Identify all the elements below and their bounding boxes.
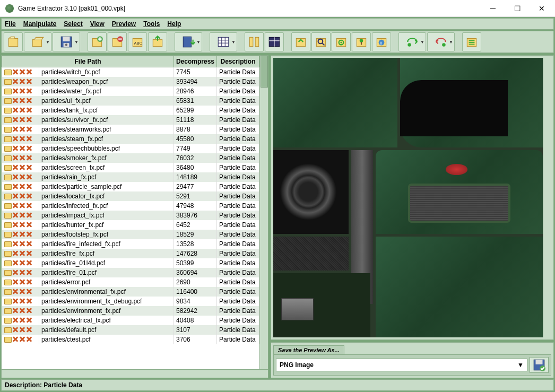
menu-view[interactable]: View: [90, 20, 105, 28]
table-row[interactable]: particles/steamworks.pcf 8878 Particle D…: [2, 125, 259, 134]
folder-icon: [4, 337, 12, 343]
table-row[interactable]: particles/environment_fx.pcf 582942 Part…: [2, 306, 259, 316]
cell-decompress: 51118: [174, 115, 216, 125]
format-select[interactable]: PNG Image ▼: [276, 359, 527, 371]
tb-extract-file[interactable]: [148, 32, 167, 51]
cell-decompress: 9834: [174, 297, 216, 306]
cell-path: particles/fire_01l4d.pcf: [39, 258, 174, 268]
tb-open-archive[interactable]: ▼: [24, 32, 51, 51]
tb-tool-a[interactable]: [291, 32, 310, 51]
table-row[interactable]: particles/screen_fx.pcf 36480 Particle D…: [2, 163, 259, 172]
cell-desc: Particle Data: [217, 153, 259, 163]
table-row[interactable]: particles/smoker_fx.pcf 76032 Particle D…: [2, 153, 259, 163]
table-row[interactable]: particles/weapon_fx.pcf 393494 Particle …: [2, 77, 259, 86]
tb-add-file[interactable]: [88, 32, 107, 51]
cell-path: particles/weapon_fx.pcf: [39, 77, 174, 86]
x-icon: [26, 317, 32, 324]
x-icon: [12, 98, 19, 104]
preview-panel: [271, 55, 554, 340]
x-icon: [19, 136, 25, 142]
tb-tool-gear[interactable]: [332, 32, 351, 51]
maximize-button[interactable]: ☐: [505, 1, 530, 16]
table-row[interactable]: particles/rain_fx.pcf 148189 Particle Da…: [2, 172, 259, 182]
table-row[interactable]: particles/fire_infected_fx.pcf 13528 Par…: [2, 239, 259, 249]
table-row[interactable]: particles/hunter_fx.pcf 6452 Particle Da…: [2, 220, 259, 230]
table-row[interactable]: particles/default.pcf 3107 Particle Data: [2, 325, 259, 335]
vertical-scrollbar[interactable]: [259, 56, 268, 369]
table-row[interactable]: particles/electrical_fx.pcf 40408 Partic…: [2, 316, 259, 325]
x-icon: [12, 136, 19, 142]
table-row[interactable]: particles/locator_fx.pcf 5291 Particle D…: [2, 191, 259, 201]
menu-file[interactable]: File: [5, 20, 16, 28]
table-row[interactable]: particles/speechbubbles.pcf 7749 Particl…: [2, 144, 259, 153]
table-row[interactable]: particles/fire_fx.pcf 147628 Particle Da…: [2, 249, 259, 258]
tb-link-b[interactable]: ▼: [427, 32, 455, 51]
table-row[interactable]: particles/ui_fx.pcf 65831 Particle Data: [2, 96, 259, 106]
x-icon: [19, 69, 25, 75]
tb-new-archive[interactable]: [4, 32, 23, 51]
cell-decompress: 3107: [174, 325, 216, 335]
tb-tool-info[interactable]: i: [372, 32, 391, 51]
x-icon: [12, 164, 19, 171]
table-row[interactable]: particles/ctest.pcf 3706 Particle Data: [2, 335, 259, 344]
tb-rename-file[interactable]: ABC: [128, 32, 147, 51]
cell-decompress: 7745: [174, 67, 216, 77]
table-row[interactable]: particles/witch_fx.pcf 7745 Particle Dat…: [2, 67, 259, 77]
table-row[interactable]: particles/particle_sample.pcf 29477 Part…: [2, 182, 259, 191]
svg-rect-20: [255, 37, 259, 46]
table-row[interactable]: particles/fire_01l4d.pcf 50399 Particle …: [2, 258, 259, 268]
table-row[interactable]: particles/infected_fx.pcf 47948 Particle…: [2, 201, 259, 211]
svg-text:ABC: ABC: [134, 41, 143, 46]
table-row[interactable]: particles/error.pcf 2690 Particle Data: [2, 277, 259, 287]
tb-options[interactable]: [462, 32, 481, 51]
tb-link-a[interactable]: ▼: [398, 32, 426, 51]
x-icon: [12, 260, 19, 266]
col-decompress[interactable]: Decompress: [174, 56, 216, 67]
folder-icon: [4, 136, 12, 142]
tb-tool-search[interactable]: [311, 32, 331, 51]
tb-remove-file[interactable]: [108, 32, 127, 51]
table-row[interactable]: particles/impact_fx.pcf 383976 Particle …: [2, 211, 259, 220]
cell-path: particles/footstep_fx.pcf: [39, 230, 174, 239]
save-preview-panel: Save the Preview As... PNG Image ▼: [271, 342, 554, 378]
preview-scrollbar[interactable]: [543, 58, 551, 337]
table-row[interactable]: particles/steam_fx.pcf 45580 Particle Da…: [2, 134, 259, 144]
table-row[interactable]: particles/water_fx.pcf 28946 Particle Da…: [2, 86, 259, 96]
tb-column-group[interactable]: [245, 32, 264, 51]
table-row[interactable]: particles/fire_01.pcf 360694 Particle Da…: [2, 268, 259, 277]
menu-preview[interactable]: Preview: [112, 20, 136, 28]
save-preview-button[interactable]: [530, 357, 549, 373]
table-row[interactable]: particles/environment_fx_debug.pcf 9834 …: [2, 297, 259, 306]
folder-icon: [4, 69, 12, 75]
menu-manipulate[interactable]: Manipulate: [23, 20, 57, 28]
x-icon: [12, 155, 19, 161]
file-table[interactable]: File Path Decompress Description particl…: [2, 56, 259, 344]
table-row[interactable]: particles/survivor_fx.pcf 51118 Particle…: [2, 115, 259, 125]
table-row[interactable]: particles/environmental_fx.pcf 116400 Pa…: [2, 287, 259, 297]
cell-decompress: 65299: [174, 106, 216, 115]
col-filepath[interactable]: File Path: [2, 56, 174, 67]
menu-tools[interactable]: Tools: [143, 20, 160, 28]
menu-help[interactable]: Help: [167, 20, 181, 28]
tb-tool-tree[interactable]: [352, 32, 371, 51]
menu-select[interactable]: Select: [64, 20, 82, 28]
x-icon: [26, 69, 32, 75]
cell-desc: Particle Data: [217, 144, 259, 153]
close-button[interactable]: ✕: [530, 1, 554, 16]
cell-path: particles/default.pcf: [39, 325, 174, 335]
tb-import-file[interactable]: ▼: [175, 32, 202, 51]
table-row[interactable]: particles/tank_fx.pcf 65299 Particle Dat…: [2, 106, 259, 115]
minimize-button[interactable]: ─: [481, 1, 505, 16]
x-icon: [19, 174, 25, 180]
tb-column-table[interactable]: [265, 32, 284, 51]
horizontal-scrollbar[interactable]: [2, 369, 268, 378]
col-description[interactable]: Description: [217, 56, 259, 67]
cell-decompress: 65831: [174, 96, 216, 106]
x-icon: [12, 69, 19, 75]
tb-save-archive[interactable]: ▼: [53, 32, 80, 51]
table-row[interactable]: particles/footstep_fx.pcf 18529 Particle…: [2, 230, 259, 239]
x-icon: [12, 79, 19, 85]
tb-table-view[interactable]: ▼: [210, 32, 237, 51]
x-icon: [26, 231, 32, 238]
x-icon: [12, 145, 19, 152]
